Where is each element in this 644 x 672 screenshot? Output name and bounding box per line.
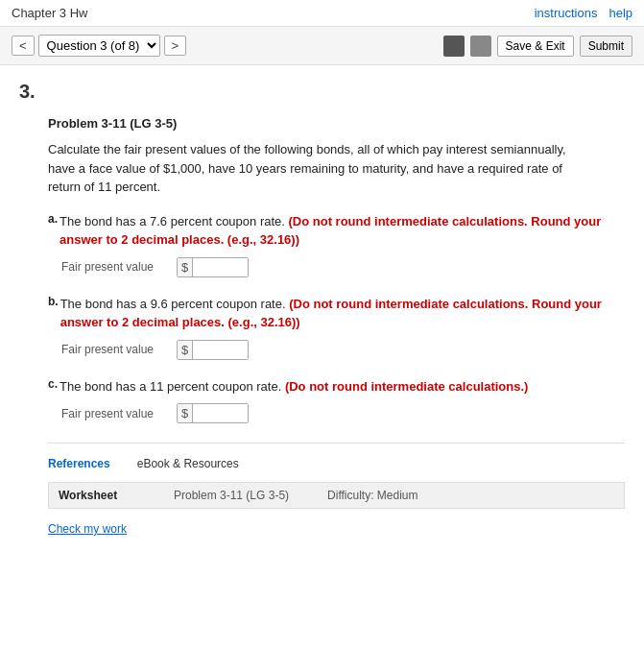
problem-description: Calculate the fair present values of the… [48, 140, 585, 197]
part-c-label: c. [48, 377, 58, 391]
part-a-dollar-wrap: $ [177, 257, 249, 277]
next-question-button[interactable]: > [164, 36, 187, 56]
worksheet-difficulty: Difficulty: Medium [327, 489, 417, 502]
part-a-line: a. The bond has a 7.6 percent coupon rat… [48, 212, 625, 250]
question-nav-right: Save & Exit Submit [443, 36, 632, 57]
question-nav-bar: < Question 3 (of 8) > Save & Exit Submit [0, 27, 644, 65]
part-b: b. The bond has a 9.6 percent coupon rat… [48, 295, 625, 360]
page-title: Chapter 3 Hw [12, 6, 87, 20]
part-c-answer-input[interactable] [195, 404, 248, 422]
part-a-text: The bond has a 7.6 percent coupon rate. … [60, 212, 625, 250]
part-b-dollar-sign: $ [178, 341, 193, 359]
problem-title: Problem 3-11 (LG 3-5) [48, 116, 625, 131]
part-a: a. The bond has a 7.6 percent coupon rat… [48, 212, 625, 277]
top-nav: Chapter 3 Hw instructions help [0, 0, 644, 27]
part-b-answer-input[interactable] [195, 341, 248, 359]
part-a-input-row: Fair present value $ [61, 257, 625, 277]
part-c-dollar-wrap: $ [177, 403, 249, 423]
ebook-resources-tab[interactable]: eBook & Resources [124, 453, 252, 474]
part-c-instruction: (Do not round intermediate calculations.… [285, 379, 529, 394]
submit-button[interactable]: Submit [580, 36, 632, 57]
question-select[interactable]: Question 3 (of 8) [38, 35, 160, 57]
question-number: 3. [19, 81, 625, 103]
main-content: 3. Problem 3-11 (LG 3-5) Calculate the f… [0, 65, 644, 551]
references-tab[interactable]: References [48, 453, 124, 474]
part-b-line: b. The bond has a 9.6 percent coupon rat… [48, 295, 625, 332]
part-b-input-row: Fair present value $ [61, 340, 625, 360]
worksheet-label: Worksheet [59, 489, 135, 502]
notes-icon[interactable] [470, 36, 491, 57]
save-exit-button[interactable]: Save & Exit [497, 36, 574, 57]
part-b-label: b. [48, 295, 59, 308]
part-c-text: The bond has a 11 percent coupon rate. (… [60, 377, 528, 396]
part-b-input-label: Fair present value [61, 343, 167, 356]
top-nav-right: instructions help [535, 6, 632, 20]
part-c-input-row: Fair present value $ [61, 403, 625, 423]
references-section: References eBook & Resources Worksheet P… [48, 443, 625, 509]
instructions-link[interactable]: instructions [535, 6, 598, 20]
check-my-work-link[interactable]: Check my work [48, 522, 127, 536]
worksheet-row: Worksheet Problem 3-11 (LG 3-5) Difficul… [48, 482, 625, 509]
bookmark-icon[interactable] [443, 36, 465, 57]
part-b-dollar-wrap: $ [177, 340, 249, 360]
question-nav-left: < Question 3 (of 8) > [12, 35, 186, 57]
part-c-line: c. The bond has a 11 percent coupon rate… [48, 377, 625, 396]
worksheet-problem: Problem 3-11 (LG 3-5) [174, 489, 289, 502]
part-c: c. The bond has a 11 percent coupon rate… [48, 377, 625, 424]
part-c-dollar-sign: $ [178, 404, 193, 422]
part-a-dollar-sign: $ [178, 258, 193, 276]
help-link[interactable]: help [608, 6, 632, 20]
problem-container: Problem 3-11 (LG 3-5) Calculate the fair… [48, 116, 625, 536]
part-a-input-label: Fair present value [61, 260, 167, 274]
part-b-text: The bond has a 9.6 percent coupon rate. … [60, 295, 625, 332]
part-c-input-label: Fair present value [61, 407, 167, 420]
prev-question-button[interactable]: < [12, 36, 35, 56]
part-a-label: a. [48, 212, 58, 226]
references-tabs: References eBook & Resources [48, 453, 625, 474]
part-a-answer-input[interactable] [195, 258, 248, 276]
